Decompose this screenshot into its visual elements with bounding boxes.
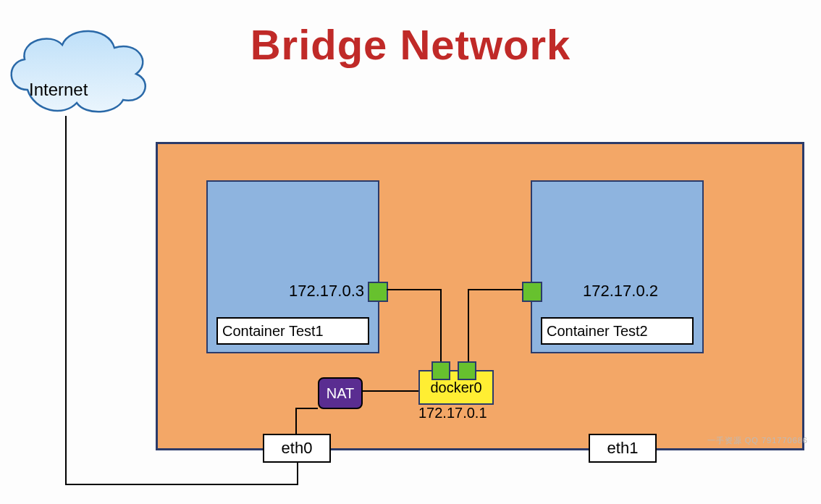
eth0-label: eth0 [282,439,313,458]
host-box: 172.17.0.3 Container Test1 172.17.0.2 Co… [156,142,804,450]
bridge-port2-icon [458,361,476,380]
link-c1-v [440,289,442,361]
link-internet-up-to-eth0 [297,461,298,485]
link-internet-horiz [65,484,298,485]
bridge-name: docker0 [430,379,481,396]
eth1-label: eth1 [607,439,639,458]
nat-box: NAT [318,377,363,409]
bridge-port1-icon [431,361,450,380]
link-nat-eth0-v [295,408,297,434]
link-c1-h [387,289,442,290]
container1-name: Container Test1 [216,317,369,345]
container2-name: Container Test2 [541,317,694,345]
bridge-ip: 172.17.0.1 [418,405,487,421]
diagram-stage: Bridge Network Internet 172.17.0.3 Conta… [0,0,821,504]
container-test1: 172.17.0.3 Container Test1 [206,180,379,353]
nat-label: NAT [327,385,355,402]
internet-label: Internet [29,80,88,100]
container-test2: 172.17.0.2 Container Test2 [531,180,704,353]
internet-cloud: Internet [0,19,156,120]
container2-port-icon [522,282,542,302]
link-nat-eth0-h [295,408,318,409]
container2-ip: 172.17.0.2 [583,282,658,301]
watermark-text: 一手资源 QQ 791770686 [707,435,808,446]
cloud-icon [0,19,156,120]
eth1-interface: eth1 [589,434,657,463]
link-internet-vert [65,116,67,485]
eth0-interface: eth0 [263,434,331,463]
link-c2-h [468,289,523,290]
link-bridge-nat [361,390,418,392]
docker0-bridge: docker0 [418,370,494,405]
container1-port-icon [368,282,388,302]
container1-ip: 172.17.0.3 [289,282,364,301]
link-c2-v [468,289,469,361]
